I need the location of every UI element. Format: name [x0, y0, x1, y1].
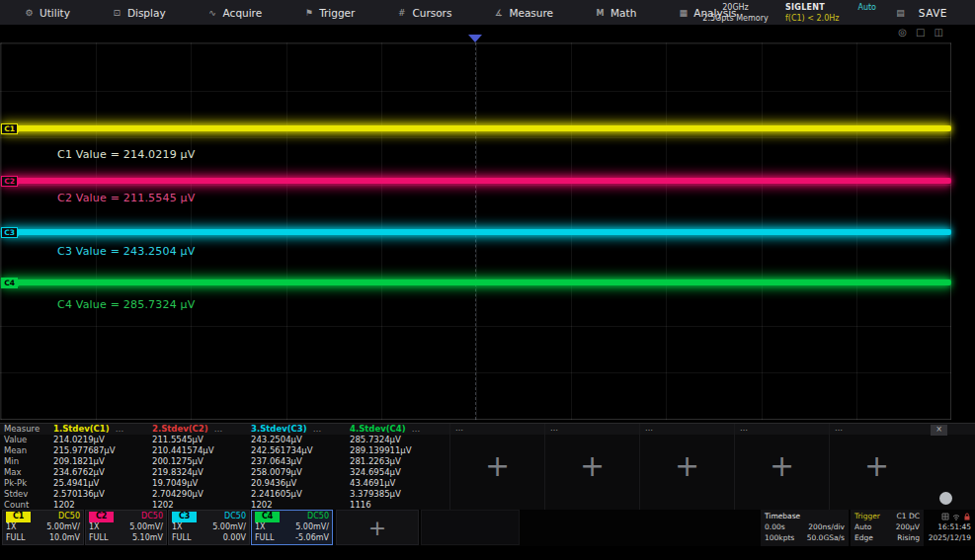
measurement-3-header[interactable]: 3.Stdev(C3)	[251, 424, 307, 434]
analysis-icon	[678, 8, 689, 18]
measurement-4-more-button[interactable]: …	[412, 424, 421, 434]
slot-more-button[interactable]: …	[645, 424, 654, 433]
trigger-position-marker[interactable]	[468, 35, 482, 42]
measurement-slot-7: … +	[639, 424, 734, 511]
c1-offset-marker[interactable]: C1	[1, 123, 18, 134]
measure-row-label: Mean	[0, 445, 53, 456]
trigger-panel[interactable]: TriggerC1 DC Auto200μV EdgeRising	[851, 510, 924, 546]
measure-cell: 243.2504μV	[251, 435, 350, 445]
c1-descriptor-box[interactable]: C1DC50 1X5.00mV/ FULL10.0mV	[2, 510, 84, 545]
c3-descriptor-box[interactable]: C3DC50 1X5.00mV/ FULL0.00V	[168, 510, 250, 545]
slot-more-button[interactable]: …	[835, 424, 844, 433]
c1-bandwidth: FULL	[6, 533, 25, 544]
close-measure-panel-button[interactable]: ×	[931, 425, 947, 436]
add-channel-button[interactable]: +	[336, 510, 419, 545]
lock-icon	[963, 513, 971, 520]
c3-coupling: DC50	[224, 512, 246, 522]
timebase-sample-rate: 50.0GSa/s	[807, 532, 845, 543]
c4-offset-marker[interactable]: C4	[1, 278, 18, 288]
measure-icon	[493, 8, 504, 18]
touch-icon	[941, 513, 949, 520]
c3-offset-marker[interactable]: C3	[1, 227, 18, 238]
measure-row-label: Stdev	[0, 489, 53, 500]
measurement-slot-6: … +	[544, 424, 639, 511]
add-measurement-button[interactable]: +	[485, 448, 510, 483]
timebase-title: Timebase	[765, 511, 800, 521]
panel-drag-handle[interactable]	[939, 492, 952, 505]
c4-value-annotation: C4 Value = 285.7324 μV	[57, 298, 196, 311]
menu-utility[interactable]: Utility	[24, 7, 70, 19]
gear-icon	[24, 8, 35, 18]
measure-cell: 43.4691μV	[350, 478, 448, 489]
measurement-1-more-button[interactable]: …	[116, 424, 124, 434]
display-tool-icons: ◎ □ ◫	[898, 27, 943, 38]
add-measurement-button[interactable]: +	[675, 448, 699, 483]
math-icon	[595, 8, 606, 18]
date-readout: 2025/12/19	[928, 532, 971, 543]
acquisition-mode-badge: Auto	[857, 2, 876, 13]
menu-display[interactable]: Display	[112, 7, 166, 19]
c3-bandwidth: FULL	[172, 533, 191, 544]
clock-block: 16:51:45 2025/12/19	[926, 510, 973, 546]
c4-bandwidth: FULL	[255, 533, 274, 544]
c2-scale: 5.00mV/	[129, 522, 163, 533]
measure-cell: 19.7049μV	[152, 478, 251, 489]
c3-scale: 5.00mV/	[212, 522, 246, 533]
c4-offset: -5.06mV	[295, 533, 329, 544]
trigger-mode: Auto	[854, 521, 871, 532]
bandwidth-memory-readout: 20GHz 2.5Gpts Memory	[689, 2, 782, 24]
slot-more-button[interactable]: …	[455, 424, 464, 433]
timebase-scale: 200ns/div	[808, 521, 845, 532]
measurement-1-header[interactable]: 1.Stdev(C1)	[53, 424, 110, 434]
record-icon[interactable]: ◎	[898, 27, 907, 38]
measurement-2-more-button[interactable]: …	[214, 424, 223, 434]
display-icon	[112, 8, 122, 18]
c1-scale: 5.00mV/	[46, 522, 80, 533]
add-measurement-button[interactable]: +	[770, 448, 794, 483]
c2-trace	[1, 172, 951, 190]
measurement-3-more-button[interactable]: …	[313, 424, 322, 434]
c1-tab: C1	[6, 512, 31, 522]
menu-measure[interactable]: Measure	[493, 7, 553, 19]
measure-cell: 20.9436μV	[251, 478, 350, 489]
bandwidth-value: 20GHz	[689, 2, 782, 13]
measure-cell: 289.139911μV	[350, 445, 448, 456]
measure-row-label: Value	[0, 435, 53, 445]
slot-more-button[interactable]: …	[740, 424, 749, 433]
c3-tab: C3	[172, 512, 197, 522]
top-toolbar: Utility Display Acquire Trigger Cursors …	[0, 0, 975, 26]
flag-icon	[303, 8, 314, 18]
menu-acquire[interactable]: Acquire	[207, 7, 263, 19]
trigger-source: C1 DC	[897, 511, 920, 521]
measurement-2-header[interactable]: 2.Stdev(C2)	[152, 424, 208, 434]
c2-offset-marker[interactable]: C2	[1, 176, 18, 187]
brand-logo: SIGLENT	[785, 2, 825, 13]
snapshot-icon[interactable]: ◫	[934, 27, 943, 38]
c4-probe: 1X	[255, 522, 266, 533]
menu-math[interactable]: Math	[595, 7, 636, 19]
fullscreen-icon[interactable]: □	[916, 27, 925, 38]
slot-more-button[interactable]: …	[550, 424, 559, 433]
add-measurement-button[interactable]: +	[580, 448, 605, 483]
c2-descriptor-box[interactable]: C2DC50 1X5.00mV/ FULL5.10mV	[85, 510, 167, 545]
c1-coupling: DC50	[58, 512, 80, 522]
add-measurement-button[interactable]: +	[864, 448, 889, 483]
c4-tab: C4	[255, 512, 280, 522]
c3-value-annotation: C3 Value = 243.2504 μV	[57, 245, 196, 258]
c4-descriptor-box[interactable]: C4DC50 1X5.00mV/ FULL-5.06mV	[251, 510, 333, 545]
brand-status-block: SIGLENT Auto f(C1) < 2.0Hz	[785, 2, 876, 24]
measurement-empty-slots: … + … + … + … + … +	[449, 424, 924, 511]
c2-bandwidth: FULL	[89, 533, 108, 544]
menu-label: Cursors	[412, 7, 451, 19]
timebase-panel[interactable]: Timebase 0.00s200ns/div 100kpts50.0GSa/s	[761, 510, 849, 546]
save-button[interactable]: ▤ SAVE	[896, 0, 947, 26]
menu-bar: Utility Display Acquire Trigger Cursors …	[0, 7, 737, 19]
menu-trigger[interactable]: Trigger	[303, 7, 355, 19]
frequency-counter: f(C1) < 2.0Hz	[785, 13, 876, 24]
menu-cursors[interactable]: Cursors	[396, 7, 451, 19]
trigger-slope: Rising	[897, 532, 920, 543]
measure-cell: 210.441574μV	[152, 445, 251, 456]
measure-cell: 281.2263μV	[350, 456, 448, 467]
measurement-4-header[interactable]: 4.Stdev(C4)	[350, 424, 406, 434]
save-label: SAVE	[919, 7, 947, 19]
